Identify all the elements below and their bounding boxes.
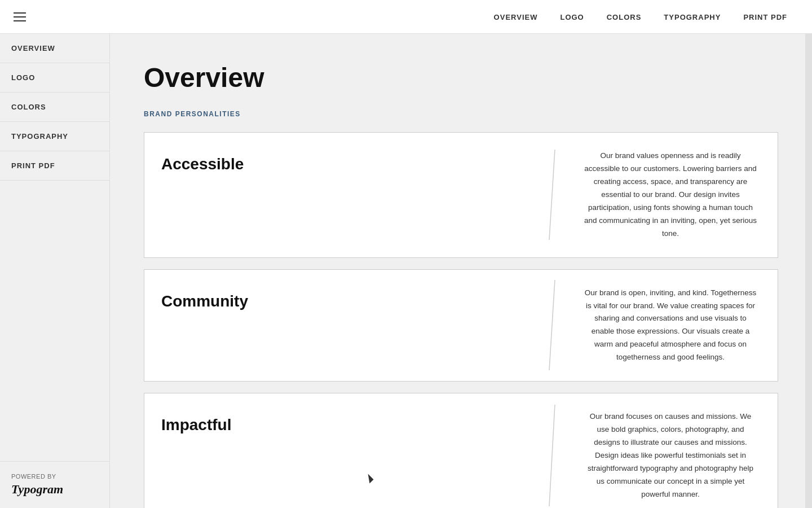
svg-line-0: [549, 150, 555, 240]
card-description-community: Our brand is open, inviting, and kind. T…: [583, 287, 758, 365]
card-left-impactful: Impactful: [144, 393, 541, 508]
divider-line-icon-2: [544, 274, 561, 376]
nav-item-overview[interactable]: OVERVIEW: [494, 12, 538, 22]
main-content: Overview BRAND PERSONALITIES Accessible …: [110, 34, 812, 508]
top-nav-links: OVERVIEW LOGO COLORS TYPOGRAPHY PRINT PD…: [494, 12, 787, 22]
card-divider-accessible: [541, 133, 563, 257]
sidebar-item-logo[interactable]: LOGO: [0, 63, 109, 93]
nav-item-print-pdf[interactable]: PRINT PDF: [743, 12, 787, 22]
card-left-community: Community: [144, 270, 541, 382]
sidebar-item-print-pdf[interactable]: PRINT PDF: [0, 151, 109, 181]
sidebar-powered: POWERED BY Typogram: [0, 461, 109, 508]
card-description-accessible: Our brand values openness and is readily…: [583, 150, 758, 240]
card-title-community: Community: [161, 292, 248, 310]
personality-card-impactful: Impactful Our brand focuses on causes an…: [144, 393, 778, 508]
sidebar-link-overview[interactable]: OVERVIEW: [0, 34, 109, 63]
card-title-impactful: Impactful: [161, 416, 231, 434]
sidebar-item-overview[interactable]: OVERVIEW: [0, 34, 109, 63]
nav-item-typography[interactable]: TYPOGRAPHY: [664, 12, 721, 22]
personality-card-accessible: Accessible Our brand values openness and…: [144, 132, 778, 258]
sidebar-link-typography[interactable]: TYPOGRAPHY: [0, 122, 109, 151]
nav-link-typography[interactable]: TYPOGRAPHY: [664, 13, 721, 21]
section-label: BRAND PERSONALITIES: [144, 110, 778, 118]
nav-link-overview[interactable]: OVERVIEW: [494, 13, 538, 21]
sidebar-item-typography[interactable]: TYPOGRAPHY: [0, 122, 109, 151]
svg-line-2: [549, 405, 555, 506]
card-description-impactful: Our brand focuses on causes and missions…: [583, 410, 758, 501]
powered-by-label: POWERED BY: [11, 473, 98, 480]
sidebar-link-colors[interactable]: COLORS: [0, 93, 109, 121]
sidebar-item-colors[interactable]: COLORS: [0, 93, 109, 122]
sidebar-nav: OVERVIEW LOGO COLORS TYPOGRAPHY PRINT PD…: [0, 34, 109, 461]
svg-line-1: [549, 280, 555, 370]
card-right-impactful: Our brand focuses on causes and missions…: [563, 393, 778, 508]
nav-item-colors[interactable]: COLORS: [607, 12, 642, 22]
card-title-accessible: Accessible: [161, 155, 244, 173]
divider-line-icon: [544, 144, 561, 246]
divider-line-icon-3: [544, 399, 561, 508]
card-divider-community: [541, 270, 563, 382]
hamburger-menu[interactable]: [14, 12, 26, 21]
sidebar: OVERVIEW LOGO COLORS TYPOGRAPHY PRINT PD…: [0, 34, 110, 508]
main-layout: OVERVIEW LOGO COLORS TYPOGRAPHY PRINT PD…: [0, 34, 812, 508]
nav-link-colors[interactable]: COLORS: [607, 13, 642, 21]
card-right-community: Our brand is open, inviting, and kind. T…: [563, 270, 778, 382]
top-nav: OVERVIEW LOGO COLORS TYPOGRAPHY PRINT PD…: [0, 0, 812, 34]
card-right-accessible: Our brand values openness and is readily…: [563, 133, 778, 257]
brand-name: Typogram: [11, 482, 63, 496]
nav-item-logo[interactable]: LOGO: [560, 12, 584, 22]
nav-link-print-pdf[interactable]: PRINT PDF: [743, 13, 787, 21]
scrollbar-track[interactable]: [805, 0, 812, 508]
sidebar-link-print-pdf[interactable]: PRINT PDF: [0, 151, 109, 180]
card-divider-impactful: [541, 393, 563, 508]
nav-link-logo[interactable]: LOGO: [560, 13, 584, 21]
personality-card-community: Community Our brand is open, inviting, a…: [144, 269, 778, 382]
page-title: Overview: [144, 62, 778, 93]
sidebar-link-logo[interactable]: LOGO: [0, 63, 109, 92]
card-left-accessible: Accessible: [144, 133, 541, 257]
